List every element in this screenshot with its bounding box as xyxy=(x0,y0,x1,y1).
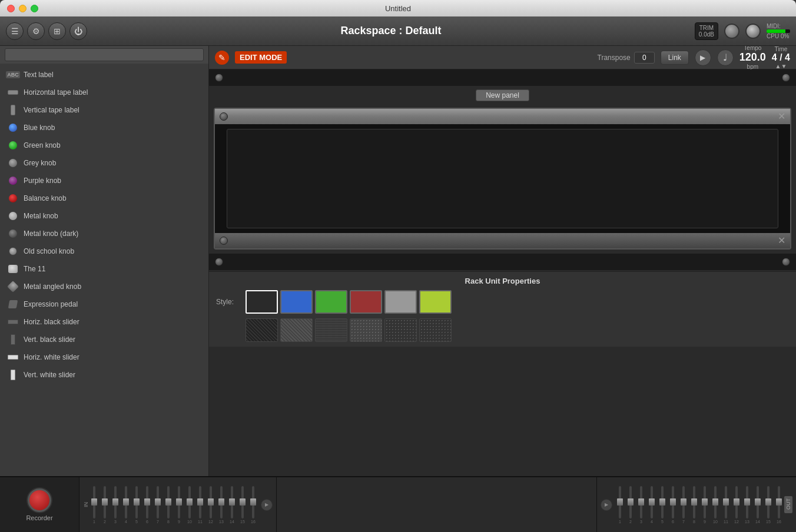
fader-thumb-4[interactable] xyxy=(123,498,129,506)
rack-close-button[interactable]: ✕ xyxy=(778,112,785,121)
link-button[interactable]: Link xyxy=(661,51,689,65)
fader-thumb-5[interactable] xyxy=(134,498,140,506)
out-fader-thumb-4[interactable] xyxy=(649,498,655,506)
fader-thumb-16[interactable] xyxy=(250,498,256,506)
list-item-green-knob[interactable]: Green knob xyxy=(0,137,208,154)
metal-knob-icon xyxy=(7,210,19,222)
swatch-texture-5[interactable] xyxy=(384,318,417,342)
list-item-blue-knob[interactable]: Blue knob xyxy=(0,119,208,137)
metronome-button[interactable]: ♩ xyxy=(717,49,734,66)
out-fader-track-10 xyxy=(714,486,717,518)
out-fader-thumb-7[interactable] xyxy=(681,498,686,506)
power-button[interactable]: ⏻ xyxy=(69,22,87,40)
list-item-vert-white-slider[interactable]: Vert. white slider xyxy=(0,366,208,384)
grid-button[interactable]: ⊞ xyxy=(48,22,66,40)
out-fader-thumb-3[interactable] xyxy=(638,498,644,506)
trim-section: TRIM 0.0dB xyxy=(695,22,718,40)
swatch-lightgrey[interactable] xyxy=(384,290,417,314)
fader-thumb-11[interactable] xyxy=(197,498,203,506)
fader-track-10 xyxy=(188,486,191,518)
out-fader-thumb-11[interactable] xyxy=(723,498,729,506)
swatch-texture-2[interactable] xyxy=(280,318,313,342)
fader-thumb-15[interactable] xyxy=(240,498,246,506)
out-fader-thumb-1[interactable] xyxy=(617,498,623,506)
fader-thumb-3[interactable] xyxy=(112,498,118,506)
list-item-text-label[interactable]: ABC Text label xyxy=(0,66,208,84)
out-fader-thumb-16[interactable] xyxy=(776,498,782,506)
settings-button[interactable]: ⚙ xyxy=(27,22,45,40)
out-fader-thumb-5[interactable] xyxy=(659,498,665,506)
fader-thumb-9[interactable] xyxy=(176,498,182,506)
list-item-purple-knob[interactable]: Purple knob xyxy=(0,172,208,189)
output-play-area: ▶ xyxy=(601,499,615,511)
trim-label: TRIM xyxy=(699,25,714,31)
fader-track-5 xyxy=(135,486,138,518)
fader-thumb-10[interactable] xyxy=(187,498,193,506)
fader-track-13 xyxy=(220,486,223,518)
list-item-vert-black-slider[interactable]: Vert. black slider xyxy=(0,331,208,348)
swatch-red[interactable] xyxy=(350,290,382,314)
transpose-section: Transpose xyxy=(598,52,655,64)
out-fader-thumb-10[interactable] xyxy=(712,498,718,506)
close-button[interactable] xyxy=(7,5,15,12)
swatch-texture-3[interactable] xyxy=(315,318,347,342)
fader-thumb-13[interactable] xyxy=(218,498,224,506)
out-fader-thumb-6[interactable] xyxy=(670,498,676,506)
list-item-the11[interactable]: The 11 xyxy=(0,260,208,278)
level-knob[interactable] xyxy=(745,24,761,39)
channel-11: 11 xyxy=(195,486,205,524)
list-item-oldschool-knob[interactable]: Old school knob xyxy=(0,242,208,260)
fader-thumb-14[interactable] xyxy=(229,498,235,506)
out-fader-thumb-2[interactable] xyxy=(628,498,634,506)
swatch-black[interactable] xyxy=(246,290,278,314)
swatch-texture-6[interactable] xyxy=(419,318,452,342)
menu-button[interactable]: ☰ xyxy=(6,22,24,40)
fader-thumb-7[interactable] xyxy=(155,498,161,506)
swatch-yellow[interactable] xyxy=(419,290,452,314)
maximize-button[interactable] xyxy=(31,5,38,12)
list-item-grey-knob[interactable]: Grey knob xyxy=(0,154,208,172)
play-button[interactable]: ▶ xyxy=(695,49,711,66)
list-item-balance-knob[interactable]: Balance knob xyxy=(0,189,208,207)
minimize-button[interactable] xyxy=(19,5,26,12)
rack-close-bottom[interactable]: ✕ xyxy=(778,236,785,245)
trim-knob[interactable] xyxy=(724,24,739,39)
ch-num-4: 4 xyxy=(125,520,127,524)
out-fader-thumb-12[interactable] xyxy=(734,498,739,506)
swatch-texture-1[interactable] xyxy=(246,318,278,342)
fader-thumb-6[interactable] xyxy=(144,498,150,506)
swatch-blue[interactable] xyxy=(280,290,313,314)
list-item-metal-angled[interactable]: Metal angled knob xyxy=(0,278,208,295)
edit-mode-label: EDIT MODE xyxy=(235,51,287,64)
fader-thumb-2[interactable] xyxy=(102,498,108,506)
out-fader-thumb-15[interactable] xyxy=(765,498,771,506)
output-play-button[interactable]: ▶ xyxy=(601,499,612,511)
rack-top-rail xyxy=(209,69,796,86)
fader-thumb-8[interactable] xyxy=(165,498,171,506)
list-item-expression-pedal[interactable]: Expression pedal xyxy=(0,295,208,313)
new-panel-button[interactable]: New panel xyxy=(476,89,529,101)
swatch-green[interactable] xyxy=(315,290,347,314)
list-item-horiz-tape[interactable]: Horizontal tape label xyxy=(0,84,208,101)
out-channel-3: 3 xyxy=(636,486,646,524)
input-play-button[interactable]: ▶ xyxy=(261,499,273,511)
recorder-button[interactable] xyxy=(28,488,51,512)
item-label: Metal knob xyxy=(24,212,58,220)
list-item-horiz-black-slider[interactable]: Horiz. black slider xyxy=(0,313,208,331)
out-fader-track-9 xyxy=(704,486,706,518)
out-fader-thumb-14[interactable] xyxy=(755,498,761,506)
transpose-input[interactable] xyxy=(634,52,655,64)
out-fader-thumb-13[interactable] xyxy=(744,498,750,506)
list-item-horiz-white-slider[interactable]: Horiz. white slider xyxy=(0,348,208,366)
tempo-label: Tempo xyxy=(744,46,761,51)
swatch-texture-4[interactable] xyxy=(350,318,382,342)
fader-thumb-1[interactable] xyxy=(91,498,97,506)
fader-thumb-12[interactable] xyxy=(208,498,214,506)
out-fader-thumb-8[interactable] xyxy=(691,498,697,506)
list-item-vert-tape[interactable]: Vertical tape label xyxy=(0,101,208,119)
time-arrows[interactable]: ▲▼ xyxy=(775,63,787,69)
out-fader-thumb-9[interactable] xyxy=(702,498,708,506)
list-item-metal-dark-knob[interactable]: Metal knob (dark) xyxy=(0,225,208,242)
list-item-metal-knob[interactable]: Metal knob xyxy=(0,207,208,225)
widget-selector[interactable] xyxy=(5,48,204,61)
